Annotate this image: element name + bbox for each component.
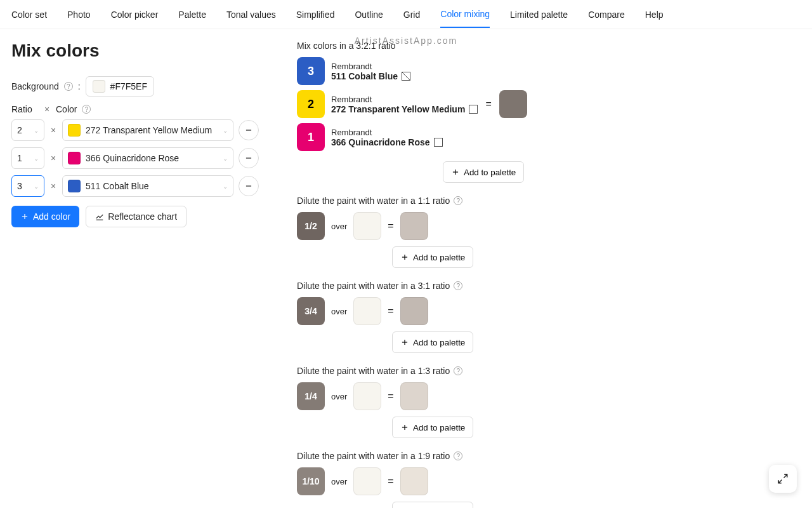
add-to-palette-button[interactable]: Add to palette — [392, 331, 473, 353]
svg-line-15 — [784, 474, 787, 478]
over-label: over — [331, 222, 347, 231]
tab-bar: Color setPhotoColor pickerPaletteTonal v… — [0, 0, 812, 29]
mix-result-swatch — [499, 90, 527, 118]
tab-outline[interactable]: Outline — [355, 2, 383, 27]
opacity-icon — [402, 72, 410, 81]
chevron-down-icon: ⌄ — [34, 183, 39, 190]
over-label: over — [331, 392, 347, 401]
ratio-select[interactable]: 2 ⌄ — [11, 119, 44, 141]
reflectance-chart-button[interactable]: Reflectance chart — [86, 206, 187, 227]
page-title: Mix colors — [11, 41, 272, 61]
ratio-select[interactable]: 1 ⌄ — [11, 147, 44, 169]
plus-icon — [400, 338, 409, 347]
paint-name: 272 Transparent Yellow Medium — [331, 104, 478, 114]
watermark: ArtistAssistApp.com — [355, 36, 457, 46]
minus-icon — [244, 182, 253, 190]
mix-item: 1 Rembrandt 366 Quinacridone Rose — [297, 123, 478, 151]
help-icon[interactable]: ? — [82, 105, 91, 114]
opacity-icon — [469, 105, 478, 114]
dilution-result-swatch — [400, 212, 428, 240]
color-select[interactable]: 366 Quinacridone Rose ⌄ — [62, 147, 233, 169]
ratio-badge: 1 — [297, 123, 325, 151]
tab-photo[interactable]: Photo — [67, 2, 91, 27]
tab-limited-palette[interactable]: Limited palette — [510, 2, 568, 27]
paint-name: 366 Quinacridone Rose — [331, 137, 443, 147]
tab-palette[interactable]: Palette — [178, 2, 206, 27]
chevron-down-icon: ⌄ — [223, 183, 228, 190]
paint-name: 511 Cobalt Blue — [331, 71, 410, 81]
fraction-badge: 1/4 — [297, 382, 325, 410]
tab-color-mixing[interactable]: Color mixing — [440, 1, 490, 28]
dilution-title: Dilute the paint with water in a 1:9 rat… — [297, 451, 450, 461]
dilution-title: Dilute the paint with water in a 3:1 rat… — [297, 281, 450, 291]
over-label: over — [331, 307, 347, 316]
ratio-badge: 2 — [297, 90, 325, 118]
remove-color-button[interactable] — [239, 176, 259, 196]
brand-label: Rembrandt — [331, 128, 443, 137]
ratio-header: Ratio — [11, 104, 38, 114]
brand-label: Rembrandt — [331, 95, 478, 104]
over-label: over — [331, 477, 347, 486]
svg-line-16 — [778, 480, 782, 483]
color-swatch — [68, 152, 81, 164]
background-hex: #F7F5EF — [110, 81, 147, 91]
help-icon[interactable]: ? — [454, 196, 462, 205]
color-swatch — [68, 180, 81, 192]
dilution-title: Dilute the paint with water in a 1:3 rat… — [297, 366, 450, 376]
add-color-button[interactable]: Add color — [11, 206, 79, 227]
help-icon[interactable]: ? — [64, 82, 73, 91]
help-icon[interactable]: ? — [454, 366, 462, 375]
help-icon[interactable]: ? — [454, 281, 462, 290]
chevron-down-icon: ⌄ — [34, 155, 39, 162]
minus-icon — [244, 126, 253, 135]
plus-icon — [400, 423, 409, 432]
remove-color-button[interactable] — [239, 120, 259, 140]
add-to-palette-button[interactable]: Add to palette — [392, 246, 473, 268]
help-icon[interactable]: ? — [454, 451, 462, 460]
background-swatch — [353, 382, 381, 410]
color-swatch — [68, 124, 81, 137]
background-swatch — [353, 212, 381, 240]
ratio-badge: 3 — [297, 57, 325, 85]
chart-icon — [95, 212, 104, 221]
ratio-select[interactable]: 3 ⌄ — [11, 175, 44, 197]
x-header: × — [43, 104, 51, 114]
background-swatch — [353, 297, 381, 325]
dilution-title: Dilute the paint with water in a 1:1 rat… — [297, 196, 450, 206]
tab-tonal-values[interactable]: Tonal values — [226, 2, 276, 27]
add-to-palette-button[interactable]: Add to palette — [392, 502, 473, 508]
dilution-result-swatch — [400, 467, 428, 495]
mix-item: 3 Rembrandt 511 Cobalt Blue — [297, 57, 478, 85]
tab-simplified[interactable]: Simplified — [296, 2, 335, 27]
brand-label: Rembrandt — [331, 62, 410, 71]
mix-item: 2 Rembrandt 272 Transparent Yellow Mediu… — [297, 90, 478, 118]
fullscreen-icon — [777, 473, 789, 485]
background-picker[interactable]: #F7F5EF — [86, 76, 154, 97]
fullscreen-button[interactable] — [769, 465, 797, 493]
color-select[interactable]: 511 Cobalt Blue ⌄ — [62, 175, 233, 197]
chevron-down-icon: ⌄ — [223, 155, 228, 162]
tab-color-picker[interactable]: Color picker — [111, 2, 159, 27]
background-swatch — [353, 467, 381, 495]
plus-icon — [451, 168, 460, 177]
color-select[interactable]: 272 Transparent Yellow Medium ⌄ — [62, 119, 233, 141]
remove-color-button[interactable] — [239, 148, 259, 168]
fraction-badge: 3/4 — [297, 297, 325, 325]
tab-compare[interactable]: Compare — [588, 2, 625, 27]
fraction-badge: 1/10 — [297, 467, 325, 495]
add-to-palette-button[interactable]: Add to palette — [443, 161, 524, 183]
dilution-result-swatch — [400, 382, 428, 410]
tab-help[interactable]: Help — [645, 2, 664, 27]
plus-icon — [400, 253, 409, 262]
tab-grid[interactable]: Grid — [403, 2, 420, 27]
background-swatch — [93, 80, 105, 93]
chevron-down-icon: ⌄ — [223, 127, 228, 134]
opacity-icon — [434, 138, 443, 147]
dilution-result-swatch — [400, 297, 428, 325]
tab-color-set[interactable]: Color set — [11, 2, 47, 27]
minus-icon — [244, 154, 253, 163]
add-to-palette-button[interactable]: Add to palette — [392, 417, 473, 438]
color-header: Color — [56, 104, 77, 114]
plus-icon — [20, 212, 29, 221]
chevron-down-icon: ⌄ — [34, 127, 39, 134]
